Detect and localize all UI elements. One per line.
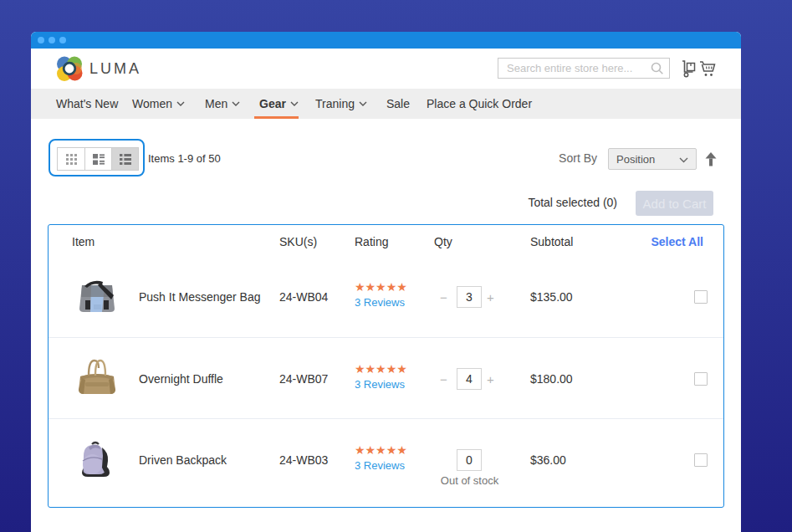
view-mode-switcher	[49, 139, 145, 176]
product-sku: 24-WB03	[279, 453, 328, 467]
col-header-subtotal: Subtotal	[530, 235, 573, 248]
qty-increase-button[interactable]: +	[487, 372, 494, 386]
col-header-sku: SKU(s)	[279, 235, 317, 248]
quick-order-trolley-icon[interactable]	[681, 60, 697, 78]
table-row-driven-backpack: Driven Backpack 24-WB03 ★★★★★ 3 Reviews …	[49, 418, 723, 509]
star-rating-icons: ★★★★★	[355, 279, 407, 295]
sort-by-label: Sort By	[559, 151, 597, 165]
window-dot-1[interactable]	[38, 37, 44, 43]
reviews-link[interactable]: 3 Reviews	[355, 377, 407, 391]
qty-decrease-button[interactable]: −	[440, 372, 447, 386]
star-rating-icons: ★★★★★	[355, 361, 407, 377]
sort-direction-arrow-icon[interactable]	[705, 152, 717, 166]
mode-grid-button[interactable]	[58, 148, 84, 170]
col-header-qty: Qty	[434, 235, 452, 248]
col-header-rating: Rating	[355, 235, 388, 248]
nav-place-quick-order[interactable]: Place a Quick Order	[427, 89, 532, 119]
nav-traning[interactable]: Traning	[315, 89, 367, 119]
qty-increase-button[interactable]: +	[487, 290, 494, 304]
product-name[interactable]: Overnight Duffle	[139, 372, 223, 386]
product-rating: ★★★★★ 3 Reviews	[355, 361, 407, 391]
product-name[interactable]: Push It Messenger Bag	[139, 290, 261, 304]
product-rating: ★★★★★ 3 Reviews	[355, 442, 407, 473]
reviews-link[interactable]: 3 Reviews	[355, 295, 407, 309]
luma-logo-icon[interactable]	[55, 54, 84, 83]
grid-mode-icon	[66, 154, 77, 165]
window-dot-2[interactable]	[49, 37, 55, 43]
nav-whats-new[interactable]: What's New	[56, 89, 118, 119]
reviews-link[interactable]: 3 Reviews	[355, 458, 407, 473]
nav-sale[interactable]: Sale	[386, 89, 410, 119]
table-row-push-it-messenger-bag: Push It Messenger Bag 24-WB04 ★★★★★ 3 Re…	[49, 260, 723, 337]
window-dot-3[interactable]	[59, 37, 66, 43]
mode-detailed-list-button[interactable]	[111, 148, 138, 170]
chevron-down-icon	[176, 101, 185, 106]
product-image-backpack[interactable]	[74, 437, 120, 483]
table-row-overnight-duffle: Overnight Duffle 24-WB07 ★★★★★ 3 Reviews…	[49, 337, 723, 418]
products-table: Item SKU(s) Rating Qty Subtotal Select A…	[48, 224, 724, 508]
qty-input[interactable]	[457, 368, 482, 390]
qty-input[interactable]	[457, 449, 482, 471]
product-subtotal: $180.00	[530, 372, 573, 386]
list-mode-icon	[93, 154, 105, 165]
chevron-down-icon	[232, 101, 240, 106]
total-selected-label: Total selected (0)	[528, 196, 617, 209]
row-checkbox[interactable]	[694, 290, 708, 304]
sort-by-select[interactable]: Position	[608, 148, 697, 170]
out-of-stock-label: Out of stock	[422, 474, 518, 487]
detailed-list-mode-icon	[120, 154, 131, 165]
chevron-down-icon	[290, 101, 299, 106]
mode-list-button[interactable]	[84, 148, 111, 170]
product-sku: 24-WB07	[279, 372, 328, 386]
qty-decrease-button[interactable]: −	[440, 290, 447, 304]
nav-gear[interactable]: Gear	[259, 89, 299, 119]
sort-value: Position	[616, 153, 655, 166]
product-image-messenger-bag[interactable]	[74, 274, 120, 320]
search-icon[interactable]	[651, 62, 664, 75]
row-checkbox[interactable]	[694, 372, 708, 386]
product-name[interactable]: Driven Backpack	[139, 453, 227, 467]
browser-window: LUMA What's New Women Men	[31, 32, 741, 532]
product-subtotal: $135.00	[530, 290, 573, 304]
product-rating: ★★★★★ 3 Reviews	[355, 279, 407, 309]
product-sku: 24-WB04	[279, 290, 328, 304]
product-subtotal: $36.00	[530, 453, 566, 467]
nav-men[interactable]: Men	[205, 89, 240, 119]
nav-women[interactable]: Women	[132, 89, 185, 119]
site-header: LUMA	[31, 49, 741, 89]
window-titlebar[interactable]	[31, 32, 741, 49]
main-nav: What's New Women Men Gear Traning Sale P…	[31, 89, 741, 119]
page-content: Items 1-9 of 50 Sort By Position Total s…	[31, 119, 741, 532]
items-count: Items 1-9 of 50	[148, 152, 221, 165]
select-all-link[interactable]: Select All	[651, 235, 703, 248]
chevron-down-icon	[359, 101, 367, 106]
add-to-cart-button[interactable]: Add to Cart	[636, 191, 713, 216]
search-input[interactable]	[498, 58, 670, 79]
col-header-item: Item	[72, 235, 95, 248]
row-checkbox[interactable]	[694, 453, 708, 467]
search-box	[498, 58, 670, 79]
product-image-duffle[interactable]	[74, 356, 120, 402]
luma-logo-text[interactable]: LUMA	[89, 60, 141, 78]
qty-input[interactable]	[457, 286, 482, 308]
star-rating-icons: ★★★★★	[355, 442, 407, 458]
cart-icon[interactable]	[699, 60, 716, 78]
select-chevron-icon	[679, 157, 688, 163]
